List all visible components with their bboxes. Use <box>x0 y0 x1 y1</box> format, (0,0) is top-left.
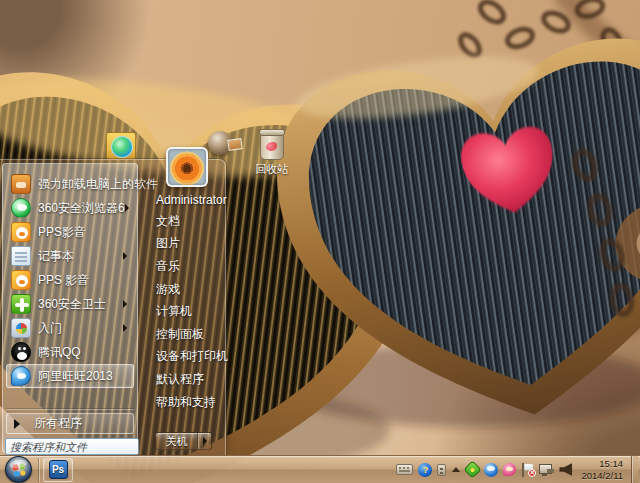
start-menu: 强力卸载电脑上的软件 360安全浏览器6 PPS影音 记事本 <box>0 159 226 455</box>
all-programs-button[interactable]: 所有程序 <box>6 413 134 434</box>
wangwang-icon <box>11 366 31 386</box>
start-menu-item-label: 360安全卫士 <box>38 296 106 313</box>
taskbar-divider <box>38 458 39 482</box>
photoshop-icon: Ps <box>49 460 68 479</box>
menu-item-devices-printers[interactable]: 设备和打印机 <box>138 346 225 369</box>
windows-logo-icon <box>12 463 26 477</box>
clock-date: 2014/2/11 <box>581 470 623 482</box>
shutdown-arrow-icon <box>203 437 207 445</box>
pps-icon <box>11 222 31 242</box>
start-menu-item-notepad[interactable]: 记事本 <box>6 244 134 268</box>
recycle-bin[interactable]: 回收站 <box>250 132 294 177</box>
menu-item-games[interactable]: 游戏 <box>138 278 225 301</box>
all-programs-arrow-icon <box>14 419 20 429</box>
start-menu-item-pps[interactable]: PPS影音 <box>6 220 134 244</box>
taskbar-clock[interactable]: 15:14 2014/2/11 <box>577 458 626 482</box>
desktop-screen: 回收站 强力卸载电脑上的软件 360安全浏览器6 PPS影音 <box>0 0 640 483</box>
keyboard-icon[interactable] <box>396 464 413 475</box>
start-menu-program-panel: 强力卸载电脑上的软件 360安全浏览器6 PPS影音 记事本 <box>2 163 138 453</box>
show-desktop-button[interactable] <box>631 456 638 483</box>
start-menu-item-360-safety[interactable]: 360安全卫士 <box>6 292 134 316</box>
menu-item-control-panel[interactable]: 控制面板 <box>138 323 225 346</box>
recycle-bin-label: 回收站 <box>250 162 294 177</box>
taskbar-button-photoshop[interactable]: Ps <box>43 458 73 482</box>
help-icon[interactable]: ? <box>418 463 432 477</box>
start-menu-item-label: PPS 影音 <box>38 272 89 289</box>
submenu-arrow-icon <box>123 252 127 260</box>
start-menu-program-list: 强力卸载电脑上的软件 360安全浏览器6 PPS影音 记事本 <box>6 172 134 388</box>
notepad-icon <box>11 246 31 266</box>
menu-item-music[interactable]: 音乐 <box>138 255 225 278</box>
system-tray: ? 15:14 2014/2/11 <box>396 456 640 483</box>
uninstaller-icon <box>11 174 31 194</box>
start-menu-item-wangwang[interactable]: 阿里旺旺2013 <box>6 364 134 388</box>
360-browser-tray-icon[interactable] <box>484 463 498 477</box>
action-center-alert-badge <box>528 469 536 477</box>
pps-icon <box>11 270 31 290</box>
action-center-flag-icon[interactable] <box>521 463 534 477</box>
shutdown-label: 关机 <box>156 433 197 449</box>
taskbar: Ps ? 15:14 2014/2/11 <box>0 455 640 483</box>
menu-item-default-programs[interactable]: 默认程序 <box>138 368 225 391</box>
hidden-icons-caret-icon[interactable] <box>452 467 460 472</box>
user-name: Administrator <box>156 193 223 207</box>
volume-icon[interactable] <box>559 463 572 476</box>
360-safety-tray-icon[interactable] <box>464 460 482 478</box>
start-menu-item-label: 阿里旺旺2013 <box>38 368 113 385</box>
language-bar-icon[interactable] <box>437 464 446 476</box>
360-safety-icon <box>11 294 31 314</box>
network-icon[interactable] <box>539 463 554 476</box>
start-menu-item-qq[interactable]: 腾讯QQ <box>6 340 134 364</box>
menu-item-help-support[interactable]: 帮助和支持 <box>138 391 225 414</box>
360-browser-icon <box>11 198 31 218</box>
start-menu-item-label: 记事本 <box>38 248 74 265</box>
start-menu-right-panel: Administrator 文档 图片 音乐 游戏 计算机 控制面板 设备和打印… <box>138 160 225 455</box>
start-menu-places-list: 文档 图片 音乐 游戏 计算机 控制面板 设备和打印机 默认程序 帮助和支持 <box>138 210 225 413</box>
getting-started-icon <box>11 318 31 338</box>
start-menu-item-getting-started[interactable]: 入门 <box>6 316 134 340</box>
submenu-arrow-icon <box>123 300 127 308</box>
shutdown-button[interactable]: 关机 <box>155 432 212 450</box>
qq-icon <box>11 342 31 362</box>
submenu-arrow-icon <box>125 204 129 212</box>
menu-item-computer[interactable]: 计算机 <box>138 300 225 323</box>
wangwang-tray-icon[interactable] <box>503 463 516 476</box>
start-menu-item-label: PPS影音 <box>38 224 86 241</box>
submenu-arrow-icon <box>123 324 127 332</box>
start-menu-item-label: 360安全浏览器6 <box>38 200 125 217</box>
menu-item-documents[interactable]: 文档 <box>138 210 225 233</box>
start-menu-item-label: 入门 <box>38 320 62 337</box>
all-programs-label: 所有程序 <box>34 415 82 432</box>
start-menu-item-pps-2[interactable]: PPS 影音 <box>6 268 134 292</box>
menu-separator <box>6 408 134 409</box>
360-browser-desktop-icon[interactable] <box>106 132 136 160</box>
search-input[interactable] <box>5 438 139 455</box>
recycle-bin-icon <box>260 132 284 160</box>
start-button[interactable] <box>5 456 32 483</box>
clock-time: 15:14 <box>581 458 623 470</box>
computer-sphere-icon[interactable] <box>206 129 242 161</box>
shutdown-options-button[interactable] <box>198 433 211 449</box>
start-menu-item-uninstaller[interactable]: 强力卸载电脑上的软件 <box>6 172 134 196</box>
avatar[interactable] <box>166 147 208 187</box>
start-menu-item-label: 腾讯QQ <box>38 344 81 361</box>
start-menu-item-360-browser[interactable]: 360安全浏览器6 <box>6 196 134 220</box>
menu-item-pictures[interactable]: 图片 <box>138 233 225 256</box>
